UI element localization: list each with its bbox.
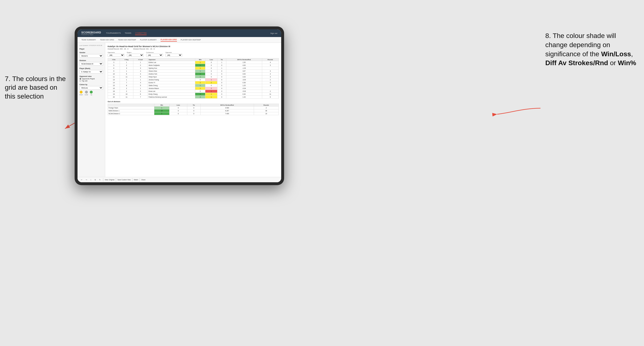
cell-reg: 7 [120,81,133,84]
cell-rounds: 3 [262,64,278,67]
cell-rounds: 3 [262,75,278,78]
cell-conf: 1 [133,61,148,64]
cell-reg: 1 [120,61,133,64]
filters-row: Opponents: (All) Region (All) Conference [108,52,279,57]
ood-cell-name: Foreign Team [108,107,154,109]
out-of-division-header: Out of division [108,101,279,103]
cell-rounds: 4 [262,73,278,75]
cell-div: 10 [108,73,120,75]
division-label: Division [80,60,103,61]
sub-nav-player-h2h-grid[interactable]: PLAYER H2H GRID [160,38,177,42]
th-loss: Loss [205,58,218,61]
cell-div: 3 [108,61,120,64]
table-row: 16 2 1 Jessica Mason 1 2 0 -0.94 [108,87,279,90]
filter-opponents-label: Opponents: [108,52,124,53]
cell-diff: -5.00 [226,90,262,93]
cell-opponent: Jessica Mason [148,87,195,90]
radio-top-100[interactable]: Top 100 [80,80,103,82]
copy-button[interactable]: ⧉ [94,178,97,181]
filter-region-select[interactable]: (All) [127,54,144,57]
cell-tie: 0 [218,73,226,75]
cell-win: 1 [195,84,205,87]
gender-select[interactable]: Women's [80,54,103,58]
sub-nav-team-h2h-grid[interactable]: TEAM H2H GRID [100,38,114,41]
cell-tie: 0 [218,64,226,67]
annotation-left-text: 7. The colours in the grid are based on … [5,75,66,100]
tablet-device: SCOREBOARD Powered by clippd TOURNAMENTS… [75,26,284,185]
watch-button[interactable]: Watch [134,179,138,180]
cell-div: 19 [108,93,120,96]
opponent-view-label: Opponent view [80,75,103,77]
cell-div: 14 [108,81,120,84]
cell-rounds: 4 [262,84,278,87]
bottom-toolbar: ↩ ↪ ⟨ ⧉ ↻ View: Original Save Custom Vie… [78,177,281,182]
cell-tie: 0 [218,78,226,81]
cell-reg: 1 [120,78,133,81]
redo-button[interactable]: ↪ [85,178,88,181]
separator3 [132,178,132,181]
cell-opponent: Jessica Huang [148,78,195,81]
tablet-screen: SCOREBOARD Powered by clippd TOURNAMENTS… [78,29,281,182]
cell-rounds [262,67,278,70]
nav-tournaments[interactable]: TOURNAMENTS [106,31,121,35]
save-custom-button[interactable]: Save Custom View [118,179,131,180]
opponent-view-section: Opponent view Opponents Played Top 100 [80,75,103,82]
colour-dots: Down Level Up [80,91,103,95]
ood-cell-win: 15 [154,109,169,112]
player-rank-select[interactable]: 8. Katelyn Vo [80,70,103,74]
colour-dot-up: Up [90,91,93,95]
sub-nav-team-h2h-heatmap[interactable]: TEAM H2H HEATMAP [118,38,136,41]
cell-conf: 1 [133,78,148,81]
sub-nav-player-summary[interactable]: PLAYER SUMMARY [140,38,157,41]
cell-rounds: 3 [262,70,278,73]
cell-loss: 0 [205,75,218,78]
nav-committee[interactable]: COMMITTEE [135,31,146,35]
sub-nav-team-summary[interactable]: TEAM SUMMARY [81,38,96,41]
logo-text: SCOREBOARD [81,31,101,34]
cell-tie: 0 [218,84,226,87]
cell-reg: 10 [120,93,133,96]
radio-dot-played [80,78,81,80]
cell-rounds: 4 [262,61,278,64]
back-button[interactable]: ⟨ [90,178,92,181]
cell-conf: 3 [133,67,148,70]
view-original-button[interactable]: View: Original [105,179,114,180]
table-row: 13 1 1 Jessica Huang 0 1 0 -3.00 2 [108,78,279,81]
colour-section: Colour by Win/Loss Down Level [80,84,103,95]
cell-conf: 7 [133,96,148,99]
cell-div: 9 [108,70,120,73]
division-select[interactable]: NCAA Division III [80,62,103,66]
ood-th-tie: Tie [187,104,200,107]
ood-table-row: Foreign Team 1 0 0 4.500 2 [108,107,279,109]
cell-tie: 0 [218,93,226,96]
colour-by-select[interactable]: Win/Loss [80,86,103,90]
share-button[interactable]: Share [141,179,146,180]
cell-opponent: Heejo Hyun [148,75,195,78]
filter-opponents-select[interactable]: (All) [108,54,124,57]
cell-win: 2 [195,73,205,75]
undo-button[interactable]: ↩ [80,178,83,181]
radio-group: Opponents Played Top 100 [80,78,103,82]
table-row: 6 3 3 Sydney Kuo 1 0 1 -1.00 [108,67,279,70]
cell-div: 11 [108,75,120,78]
cell-conf: 5 [133,75,148,78]
cell-loss: 0 [205,67,218,70]
refresh-button[interactable]: ↻ [98,178,102,181]
cell-div: 13 [108,78,120,81]
filter-opponent-select[interactable]: (All) [166,54,182,57]
radio-opponents-played[interactable]: Opponents Played [80,78,103,80]
division-record: Division Record: 331 - 34 - 6 [133,48,154,50]
main-table: # Div # Reg # Conf Opponent Win Loss Tie… [108,58,279,99]
filter-opponent: Opponent (All) [166,52,182,57]
cell-loss: 0 [205,70,218,73]
sub-nav-player-h2h-heatmap[interactable]: PLAYER H2H HEATMAP [181,38,201,41]
cell-diff: 0.30 [226,93,262,96]
annotation-right-bold3: Win% [618,59,636,67]
filter-conference-select[interactable]: (All) [146,54,163,57]
cell-opponent: Euna Lee [148,90,195,93]
ood-table-row: NAIA Division 1 15 0 0 9.267 30 [108,109,279,112]
nav-teams[interactable]: TEAMS [125,31,132,35]
sign-out-link[interactable]: Sign out [270,32,277,34]
th-tie: Tie [218,58,226,61]
cell-tie: 0 [218,81,226,84]
